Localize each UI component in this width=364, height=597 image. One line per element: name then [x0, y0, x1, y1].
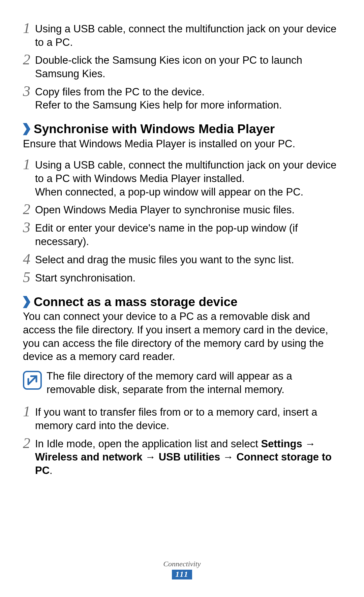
note-icon — [23, 371, 42, 390]
step-number: 2 — [23, 435, 35, 451]
step-number: 4 — [23, 251, 35, 267]
step-item: 1 If you want to transfer files from or … — [23, 404, 341, 432]
footer-section-label: Connectivity — [0, 560, 364, 568]
step-number: 1 — [23, 156, 35, 172]
step-item: 3 Edit or enter your device's name in th… — [23, 219, 341, 248]
section-intro: You can connect your device to a PC as a… — [23, 310, 341, 363]
step-text: Copy files from the PC to the device.Ref… — [35, 83, 341, 112]
step-text: Start synchronisation. — [35, 269, 341, 285]
step-number: 1 — [23, 20, 35, 36]
chevron-icon — [23, 123, 30, 135]
svg-marker-0 — [23, 123, 30, 135]
step-number: 3 — [23, 83, 35, 99]
step-number: 1 — [23, 404, 35, 419]
step-item: 5 Start synchronisation. — [23, 269, 341, 285]
note-text: The file directory of the memory card wi… — [47, 369, 341, 396]
step-text: Using a USB cable, connect the multifunc… — [35, 20, 341, 49]
step-number: 3 — [23, 219, 35, 235]
heading-text: Synchronise with Windows Media Player — [34, 122, 275, 137]
step-item: 2 In Idle mode, open the application lis… — [23, 435, 341, 477]
step-text: In Idle mode, open the application list … — [35, 435, 341, 477]
step-number: 2 — [23, 52, 35, 67]
page-number: 111 — [172, 570, 192, 579]
section-heading: Connect as a mass storage device — [23, 295, 341, 309]
section-heading: Synchronise with Windows Media Player — [23, 122, 341, 137]
step-item: 4 Select and drag the music files you wa… — [23, 251, 341, 267]
step-item: 1 Using a USB cable, connect the multifu… — [23, 20, 341, 49]
section-intro: Ensure that Windows Media Player is inst… — [23, 137, 341, 151]
svg-marker-1 — [23, 296, 30, 308]
page-footer: Connectivity 111 — [0, 560, 364, 579]
step-number: 5 — [23, 269, 35, 285]
step-item: 2 Double-click the Samsung Kies icon on … — [23, 52, 341, 80]
manual-page: 1 Using a USB cable, connect the multifu… — [0, 0, 364, 597]
step-text: If you want to transfer files from or to… — [35, 404, 341, 432]
step-text: Edit or enter your device's name in the … — [35, 219, 341, 248]
step-text: Double-click the Samsung Kies icon on yo… — [35, 52, 341, 80]
step-number: 2 — [23, 201, 35, 217]
step-item: 3 Copy files from the PC to the device.R… — [23, 83, 341, 112]
heading-text: Connect as a mass storage device — [34, 295, 238, 309]
step-text: Using a USB cable, connect the multifunc… — [35, 156, 341, 199]
step-text-prefix: In Idle mode, open the application list … — [35, 438, 261, 450]
step-item: 1 Using a USB cable, connect the multifu… — [23, 156, 341, 199]
step-text: Open Windows Media Player to synchronise… — [35, 201, 341, 217]
step-item: 2 Open Windows Media Player to synchroni… — [23, 201, 341, 217]
step-text-suffix: . — [50, 465, 53, 476]
chevron-icon — [23, 296, 30, 308]
note-block: The file directory of the memory card wi… — [23, 369, 341, 396]
step-text: Select and drag the music files you want… — [35, 251, 341, 267]
